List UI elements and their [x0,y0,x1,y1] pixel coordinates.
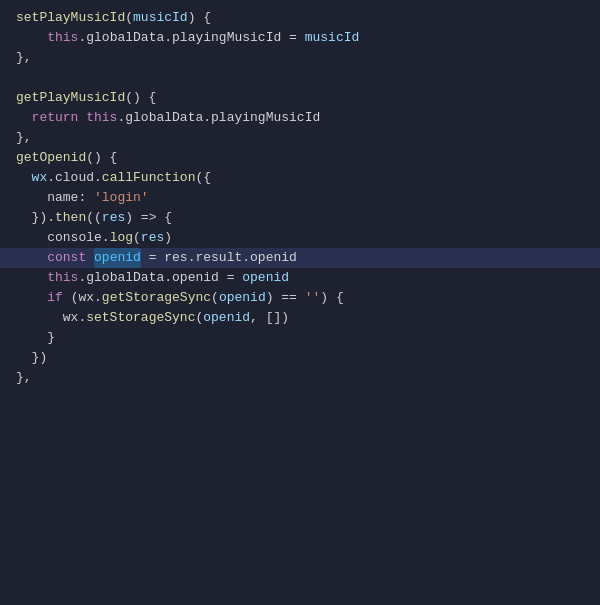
token: ( [133,228,141,249]
token: , []) [250,308,289,329]
token: }) [16,348,47,369]
token: ) => { [125,208,172,229]
code-line: wx.setStorageSync(openid, []) [0,308,600,328]
token: this [86,108,117,129]
token: .then [47,208,86,229]
token: () { [86,148,117,169]
token: ( [195,308,203,329]
token: const [47,248,94,269]
token: .globalData.playingMusicId [117,108,320,129]
code-line [0,68,600,88]
token: return [16,108,86,129]
token: console. [16,228,110,249]
token: (wx. [71,288,102,309]
code-editor: setPlayMusicId(musicId) { this.globalDat… [0,0,600,605]
code-line: setPlayMusicId(musicId) { [0,8,600,28]
token: openid [242,268,289,289]
token: ( [211,288,219,309]
token: this [47,28,78,49]
token: callFunction [102,168,196,189]
token: .cloud. [47,168,102,189]
code-line: if (wx.getStorageSync(openid) == '') { [0,288,600,308]
token: res [141,228,164,249]
token: } [16,328,55,349]
token: ( [125,8,133,29]
code-line: getOpenid() { [0,148,600,168]
code-line: getPlayMusicId() { [0,88,600,108]
code-line: this.globalData.playingMusicId = musicId [0,28,600,48]
token: this [47,268,78,289]
token: res [102,208,125,229]
token: ) { [188,8,211,29]
token: getOpenid [16,148,86,169]
token: 'login' [94,188,149,209]
token: ) { [320,288,343,309]
token: '' [305,288,321,309]
token: openid [203,308,250,329]
token: ) == [266,288,305,309]
token: }) [16,208,47,229]
code-line: }) [0,348,600,368]
token [16,268,47,289]
code-line: return this.globalData.playingMusicId [0,108,600,128]
token: }, [16,368,32,389]
token: setPlayMusicId [16,8,125,29]
token: ) [164,228,172,249]
token: musicId [305,28,360,49]
token: }, [16,128,32,149]
code-line: this.globalData.openid = openid [0,268,600,288]
token: wx. [16,308,86,329]
token: musicId [133,8,188,29]
code-line: }, [0,48,600,68]
token: ({ [195,168,211,189]
code-line: console.log(res) [0,228,600,248]
code-line: }, [0,368,600,388]
token: .globalData.playingMusicId = [78,28,304,49]
token: = res.result.openid [141,248,297,269]
token [16,288,47,309]
token: () { [125,88,156,109]
code-line: }).then((res) => { [0,208,600,228]
token: wx [16,168,47,189]
token: openid [219,288,266,309]
code-line: wx.cloud.callFunction({ [0,168,600,188]
token: getPlayMusicId [16,88,125,109]
token: setStorageSync [86,308,195,329]
token: getStorageSync [102,288,211,309]
code-line: const openid = res.result.openid [0,248,600,268]
token: name: [16,188,94,209]
code-line: }, [0,128,600,148]
token: (( [86,208,102,229]
token [16,248,47,269]
token: if [47,288,70,309]
token [16,28,47,49]
token: }, [16,48,32,69]
token: log [110,228,133,249]
token: .globalData.openid = [78,268,242,289]
code-line: } [0,328,600,348]
code-line: name: 'login' [0,188,600,208]
token: openid [94,248,141,269]
